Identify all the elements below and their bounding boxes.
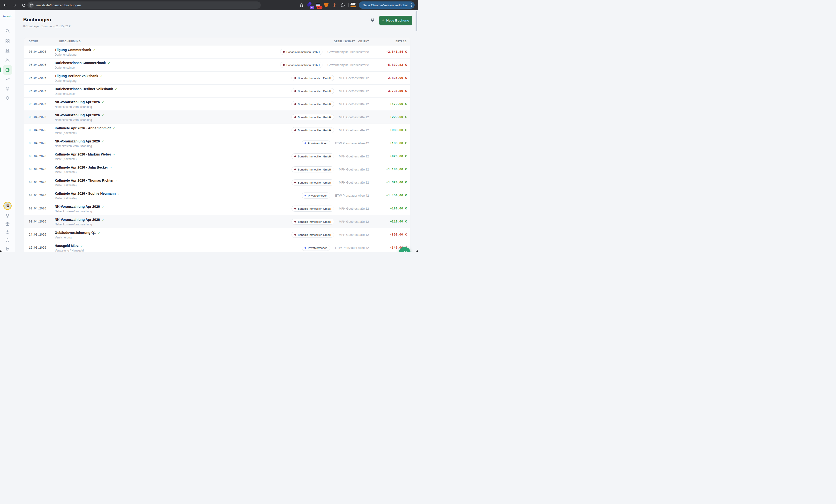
bookings-table: DATUM BESCHREIBUNG GESELLSCHAFT OBJEKT B… (24, 38, 410, 252)
premium-diamond-icon[interactable] (5, 86, 10, 92)
check-icon: ✓ (93, 49, 96, 52)
company-badge: Bonadio Immobilien GmbH (291, 153, 334, 159)
logout-icon[interactable] (5, 246, 10, 251)
company-name: Bonadio Immobilien GmbH (298, 90, 331, 93)
starburst-icon[interactable] (331, 2, 338, 8)
table-row[interactable]: 03.04.2026 NK-Vorauszahlung Apr 2026✓ Ne… (24, 98, 410, 111)
app-window: imvstr (0, 10, 418, 252)
company-dot-icon (294, 129, 296, 131)
row-date: 03.04.2026 (24, 194, 55, 197)
contacts-users-icon[interactable] (5, 58, 10, 63)
check-icon: ✓ (102, 114, 104, 117)
row-amount: +220,00 € (372, 115, 410, 119)
table-row[interactable]: 06.04.2026 Tilgung Commerzbank✓ Darlehen… (24, 45, 410, 59)
row-date: 24.03.2026 (24, 233, 55, 236)
column-header-objekt[interactable]: OBJEKT (358, 40, 369, 43)
row-date: 03.04.2026 (24, 155, 55, 158)
company-badge: Bonadio Immobilien GmbH (291, 127, 334, 133)
column-header-datum[interactable]: DATUM (29, 40, 38, 43)
achievements-trophy-icon[interactable] (5, 213, 10, 218)
profile-avatar-icon[interactable] (350, 2, 356, 8)
row-date: 03.04.2026 (24, 142, 55, 145)
row-object: Gewerbeobjekt Friedrichstraße (327, 50, 369, 54)
properties-building-icon[interactable] (5, 49, 10, 53)
bookmark-star-icon[interactable] (299, 2, 305, 8)
notifications-bell-icon[interactable] (369, 16, 376, 23)
site-settings-icon[interactable] (28, 2, 34, 8)
row-category: Nebenkosten-Vorauszahlung (55, 105, 291, 109)
row-object: MFH Goethestraße 12 (339, 76, 369, 80)
column-header-gesellschaft[interactable]: GESELLSCHAFT (334, 40, 355, 43)
extension-stack-icon[interactable]: 143 (315, 2, 321, 8)
user-avatar[interactable] (3, 202, 12, 210)
table-row[interactable]: 03.04.2026 NK-Vorauszahlung Apr 2026✓ Ne… (24, 215, 410, 228)
dashboard-icon[interactable] (5, 39, 10, 43)
company-name: Bonadio Immobilien GmbH (298, 181, 331, 184)
column-header-beschreibung[interactable]: BESCHREIBUNG (59, 40, 80, 43)
company-badge: Bonadio Immobilien GmbH (291, 114, 334, 120)
extensions-puzzle-icon[interactable] (340, 2, 346, 8)
row-category: Darlehenstilgung (55, 79, 291, 82)
table-row[interactable]: 06.04.2026 Darlehenszinsen Berliner Volk… (24, 85, 410, 98)
search-icon[interactable] (5, 28, 10, 33)
table-row[interactable]: 03.04.2026 Kaltmiete Apr 2026 · Markus W… (24, 150, 410, 163)
company-name: Bonadio Immobilien GmbH (298, 77, 331, 80)
new-booking-button[interactable]: + Neue Buchung (379, 16, 412, 25)
forward-icon[interactable] (11, 1, 18, 9)
row-title: NK-Vorauszahlung Apr 2026 (55, 100, 100, 104)
table-header: DATUM BESCHREIBUNG GESELLSCHAFT OBJEKT B… (24, 38, 410, 45)
rewards-gift-icon[interactable] (5, 221, 10, 226)
check-icon: ✓ (113, 153, 115, 156)
security-shield-icon[interactable] (5, 238, 10, 243)
row-category: Versicherung (55, 236, 291, 239)
row-object: ETW Prenzlauer Allee 42 (335, 142, 369, 145)
column-header-betrag[interactable]: BETRAG (396, 40, 406, 43)
company-name: Bonadio Immobilien GmbH (298, 168, 331, 171)
table-row[interactable]: 16.03.2026 Hausgeld März✓ Verwaltung / H… (24, 241, 410, 252)
extension-purple-icon[interactable]: 12 (307, 2, 313, 8)
row-title: NK-Vorauszahlung Apr 2026 (55, 205, 100, 209)
company-badge: Privatvermögen (302, 140, 330, 146)
row-object: MFH Goethestraße 12 (339, 207, 369, 210)
company-dot-icon (283, 51, 285, 53)
row-amount: -3.737,50 € (372, 89, 410, 93)
company-badge: Bonadio Immobilien GmbH (291, 179, 334, 186)
row-amount: +180,00 € (372, 141, 410, 145)
company-dot-icon (294, 221, 296, 222)
row-date: 06.04.2026 (24, 63, 55, 67)
row-date: 06.04.2026 (24, 50, 55, 54)
table-row[interactable]: 06.04.2026 Darlehenszinsen Commerzbank✓ … (24, 59, 410, 72)
company-dot-icon (294, 155, 296, 157)
table-row[interactable]: 03.04.2026 NK-Vorauszahlung Apr 2026✓ Ne… (24, 202, 410, 215)
back-icon[interactable] (1, 1, 9, 9)
company-name: Privatvermögen (308, 194, 327, 197)
analytics-trend-icon[interactable] (5, 77, 10, 82)
chrome-update-button[interactable]: Neue Chrome-Version verfügbar (359, 1, 415, 9)
ideas-lightbulb-icon[interactable] (5, 96, 10, 101)
company-name: Bonadio Immobilien GmbH (298, 103, 331, 106)
reload-icon[interactable] (20, 1, 27, 9)
table-row[interactable]: 03.04.2026 Kaltmiete Apr 2026 · Sophie N… (24, 189, 410, 202)
settings-gear-icon[interactable] (5, 230, 10, 235)
url-text[interactable]: imvstr.de/finanzen/buchungen (36, 3, 81, 7)
table-row[interactable]: 03.04.2026 Kaltmiete Apr 2026 · Julia Be… (24, 163, 410, 176)
row-amount: +170,00 € (372, 102, 410, 106)
company-name: Privatvermögen (308, 247, 327, 249)
metamask-fox-icon[interactable] (323, 2, 329, 8)
table-row[interactable]: 03.04.2026 NK-Vorauszahlung Apr 2026✓ Ne… (24, 111, 410, 124)
browser-menu-icon[interactable] (411, 3, 412, 7)
row-object: ETW Prenzlauer Allee 42 (335, 194, 369, 197)
row-category: Miete (Kaltmiete) (55, 171, 291, 174)
company-dot-icon (294, 169, 296, 170)
finances-wallet-icon[interactable] (5, 67, 10, 73)
table-row[interactable]: 06.04.2026 Tilgung Berliner Volksbank✓ D… (24, 72, 410, 85)
scrollbar-thumb[interactable] (416, 12, 417, 31)
table-row[interactable]: 03.04.2026 NK-Vorauszahlung Apr 2026✓ Ne… (24, 137, 410, 150)
address-bar[interactable]: imvstr.de/finanzen/buchungen (27, 1, 261, 9)
row-object: MFH Goethestraße 12 (339, 220, 369, 224)
row-category: Darlehenstilgung (55, 53, 280, 56)
table-row[interactable]: 24.03.2026 Gebäudeversicherung Q1✓ Versi… (24, 228, 410, 241)
table-row[interactable]: 03.04.2026 Kaltmiete Apr 2026 · Anna Sch… (24, 124, 410, 137)
company-badge: Bonadio Immobilien GmbH (280, 62, 322, 68)
table-row[interactable]: 03.04.2026 Kaltmiete Apr 2026 · Thomas R… (24, 176, 410, 189)
